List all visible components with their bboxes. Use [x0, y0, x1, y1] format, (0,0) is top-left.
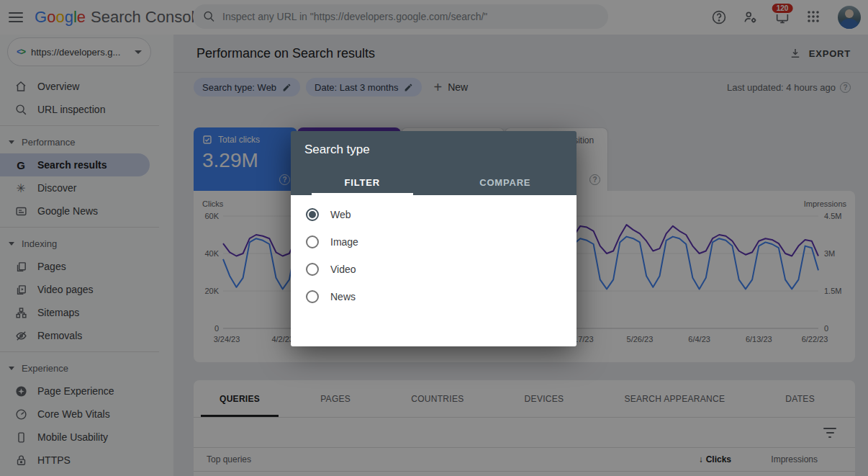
tab-compare[interactable]: COMPARE	[434, 169, 577, 195]
radio-icon	[306, 263, 319, 276]
option-label: Video	[330, 264, 356, 275]
option-label: News	[330, 291, 356, 302]
option-label: Web	[330, 209, 351, 220]
search-type-dialog: Search type FILTER COMPARE Web Image Vid…	[291, 131, 577, 346]
radio-selected-icon	[306, 208, 319, 221]
radio-icon	[306, 235, 319, 248]
dialog-body: Web Image Video News	[291, 195, 577, 346]
option-label: Image	[330, 236, 358, 248]
radio-option-image[interactable]: Image	[291, 228, 577, 256]
dialog-tabs: FILTER COMPARE	[291, 169, 577, 195]
radio-icon	[306, 290, 319, 303]
dialog-title: Search type	[291, 131, 577, 157]
radio-option-web[interactable]: Web	[291, 201, 577, 228]
radio-option-video[interactable]: Video	[291, 256, 577, 283]
radio-option-news[interactable]: News	[291, 283, 577, 310]
dialog-header: Search type FILTER COMPARE	[291, 131, 577, 195]
tab-filter[interactable]: FILTER	[291, 169, 434, 195]
